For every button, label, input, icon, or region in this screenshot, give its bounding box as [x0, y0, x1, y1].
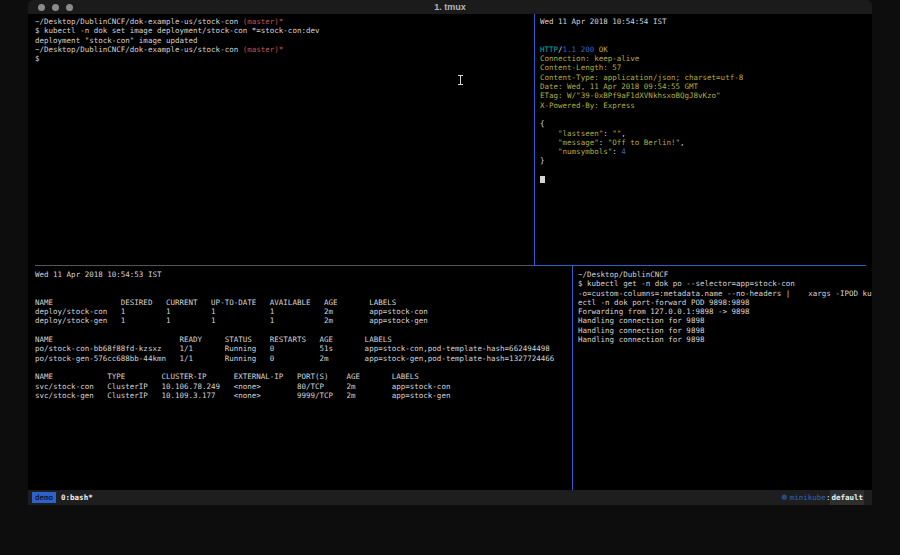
kube-context-label: minikube — [790, 490, 826, 505]
terminal-line — [35, 279, 579, 288]
terminal-window: 1. tmux ~/Desktop/DublinCNCF/dok-example… — [28, 0, 872, 505]
mouse-ibeam-cursor — [457, 74, 464, 86]
terminal-line: Wed 11 Apr 2018 10:54:54 IST — [540, 17, 872, 26]
terminal-line: Connection: keep-alive — [540, 54, 872, 63]
terminal-line: deploy/stock-con 1 1 1 1 2m app=stock-co… — [35, 307, 579, 316]
text-cursor — [540, 176, 545, 183]
terminal-line: NAME TYPE CLUSTER-IP EXTERNAL-IP PORT(S)… — [35, 372, 579, 381]
terminal-line: NAME DESIRED CURRENT UP-TO-DATE AVAILABL… — [35, 298, 579, 307]
pane-bottom-left-kubectl-watch[interactable]: Wed 11 Apr 2018 10:54:53 IST NAME DESIRE… — [28, 266, 579, 494]
terminal-line: -o=custom-columns=:metadata.name --no-he… — [578, 289, 872, 298]
terminal-line: deployment "stock-con" image updated — [35, 36, 541, 45]
terminal-line: svc/stock-con ClusterIP 10.106.78.249 <n… — [35, 382, 579, 391]
terminal-line — [540, 26, 872, 35]
pane-top-right-http-response[interactable]: Wed 11 Apr 2018 10:54:54 IST HTTP/1.1 20… — [535, 14, 872, 268]
window-title: 1. tmux — [28, 0, 872, 14]
terminal-line: NAME READY STATUS RESTARTS AGE LABELS — [35, 335, 579, 344]
status-right: ☸ minikube : default — [781, 490, 864, 505]
terminal-line: $ kubectl -n dok set image deployment/st… — [35, 26, 541, 35]
terminal-line: Wed 11 Apr 2018 10:54:53 IST — [35, 270, 579, 279]
terminal-line: } — [540, 156, 872, 165]
status-window-label[interactable]: 0:bash* — [61, 490, 93, 505]
terminal-line: Content-Type: application/json; charset=… — [540, 73, 872, 82]
terminal-line: $ — [35, 54, 541, 63]
terminal-line: deploy/stock-gen 1 1 1 1 2m app=stock-ge… — [35, 316, 579, 325]
window-titlebar[interactable]: 1. tmux — [28, 0, 872, 14]
status-left: demo 0:bash* — [32, 490, 93, 505]
terminal-line — [540, 175, 872, 184]
terminal-line: svc/stock-gen ClusterIP 10.109.3.177 <no… — [35, 391, 579, 400]
kubernetes-wheel-icon: ☸ — [781, 490, 788, 505]
terminal-line — [540, 166, 872, 175]
terminal-line: "lastseen": "", — [540, 129, 872, 138]
session-name-badge: demo — [32, 492, 56, 503]
tmux-status-bar: demo 0:bash* ☸ minikube : default — [28, 490, 872, 505]
terminal-line: Content-Length: 57 — [540, 63, 872, 72]
terminal-line: "numsymbols": 4 — [540, 147, 872, 156]
terminal-line: ETag: W/"39-0xBPf9aF1dXVNkhsxoBQgJ8vKzo" — [540, 91, 872, 100]
terminal-line — [35, 289, 579, 298]
terminal-line: ectl -n dok port-forward POD 9898:9898 — [578, 298, 872, 307]
terminal-line: po/stock-gen-576cc688bb-44kmn 1/1 Runnin… — [35, 354, 579, 363]
pane-divider-vertical-bottom[interactable] — [572, 266, 573, 490]
terminal-line — [35, 363, 579, 372]
terminal-line — [540, 36, 872, 45]
terminal-line: ~/Desktop/DublinCNCF/dok-example-us/stoc… — [35, 17, 541, 26]
terminal-line: { — [540, 119, 872, 128]
pane-top-left-shell[interactable]: ~/Desktop/DublinCNCF/dok-example-us/stoc… — [28, 14, 541, 268]
terminal-line: $ kubectl get -n dok po --selector=app=s… — [578, 279, 872, 288]
pane-divider-horizontal-right[interactable] — [534, 265, 866, 266]
terminal-line: Date: Wed, 11 Apr 2018 09:54:55 GMT — [540, 82, 872, 91]
terminal-line: "message": "Off to Berlin!", — [540, 138, 872, 147]
terminal-line: Forwarding from 127.0.0.1:9898 -> 9898 — [578, 307, 872, 316]
terminal-line — [540, 110, 872, 119]
terminal-line: Handling connection for 9898 — [578, 335, 872, 344]
terminal-line — [35, 326, 579, 335]
kube-namespace-label: default — [830, 490, 864, 505]
terminal-line: ~/Desktop/DublinCNCF — [578, 270, 872, 279]
terminal-line: po/stock-con-bb68f88fd-kzsxz 1/1 Running… — [35, 344, 579, 353]
terminal-line: X-Powered-By: Express — [540, 101, 872, 110]
terminal-line: Handling connection for 9898 — [578, 316, 872, 325]
pane-divider-horizontal-left[interactable] — [35, 265, 534, 266]
pane-bottom-right-port-forward[interactable]: ~/Desktop/DublinCNCF$ kubectl get -n dok… — [573, 266, 872, 494]
desktop-background: 1. tmux ~/Desktop/DublinCNCF/dok-example… — [0, 0, 900, 555]
terminal-line: ~/Desktop/DublinCNCF/dok-example-us/stoc… — [35, 45, 541, 54]
terminal-line: HTTP/1.1 200 OK — [540, 45, 872, 54]
pane-divider-vertical-top[interactable] — [534, 14, 535, 266]
terminal-line: Handling connection for 9898 — [578, 326, 872, 335]
